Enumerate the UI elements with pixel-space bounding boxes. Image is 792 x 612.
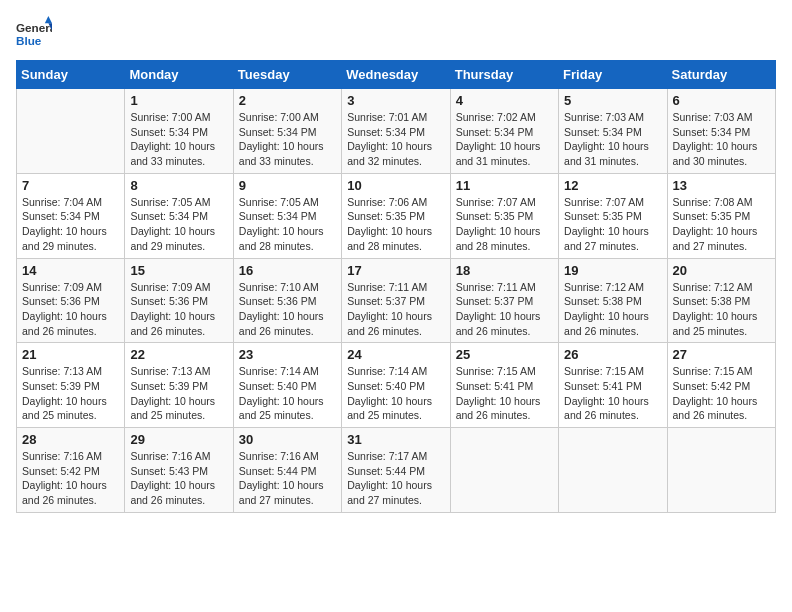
- day-detail: Sunrise: 7:00 AMSunset: 5:34 PMDaylight:…: [239, 110, 336, 169]
- day-detail: Sunrise: 7:08 AMSunset: 5:35 PMDaylight:…: [673, 195, 770, 254]
- day-number: 10: [347, 178, 444, 193]
- calendar-cell: 8Sunrise: 7:05 AMSunset: 5:34 PMDaylight…: [125, 173, 233, 258]
- calendar-week-row: 14Sunrise: 7:09 AMSunset: 5:36 PMDayligh…: [17, 258, 776, 343]
- day-number: 5: [564, 93, 661, 108]
- day-detail: Sunrise: 7:05 AMSunset: 5:34 PMDaylight:…: [239, 195, 336, 254]
- day-number: 6: [673, 93, 770, 108]
- svg-text:Blue: Blue: [16, 34, 42, 47]
- day-detail: Sunrise: 7:04 AMSunset: 5:34 PMDaylight:…: [22, 195, 119, 254]
- calendar-cell: [667, 428, 775, 513]
- svg-marker-2: [45, 16, 52, 23]
- day-number: 20: [673, 263, 770, 278]
- day-detail: Sunrise: 7:16 AMSunset: 5:42 PMDaylight:…: [22, 449, 119, 508]
- calendar-cell: 21Sunrise: 7:13 AMSunset: 5:39 PMDayligh…: [17, 343, 125, 428]
- calendar-cell: 4Sunrise: 7:02 AMSunset: 5:34 PMDaylight…: [450, 89, 558, 174]
- col-header-wednesday: Wednesday: [342, 61, 450, 89]
- day-detail: Sunrise: 7:10 AMSunset: 5:36 PMDaylight:…: [239, 280, 336, 339]
- calendar-cell: 7Sunrise: 7:04 AMSunset: 5:34 PMDaylight…: [17, 173, 125, 258]
- day-number: 23: [239, 347, 336, 362]
- day-detail: Sunrise: 7:17 AMSunset: 5:44 PMDaylight:…: [347, 449, 444, 508]
- day-detail: Sunrise: 7:15 AMSunset: 5:41 PMDaylight:…: [564, 364, 661, 423]
- day-number: 19: [564, 263, 661, 278]
- calendar-cell: 23Sunrise: 7:14 AMSunset: 5:40 PMDayligh…: [233, 343, 341, 428]
- day-detail: Sunrise: 7:06 AMSunset: 5:35 PMDaylight:…: [347, 195, 444, 254]
- day-detail: Sunrise: 7:11 AMSunset: 5:37 PMDaylight:…: [456, 280, 553, 339]
- day-number: 7: [22, 178, 119, 193]
- calendar-header-row: SundayMondayTuesdayWednesdayThursdayFrid…: [17, 61, 776, 89]
- day-number: 1: [130, 93, 227, 108]
- calendar-cell: 18Sunrise: 7:11 AMSunset: 5:37 PMDayligh…: [450, 258, 558, 343]
- day-number: 15: [130, 263, 227, 278]
- calendar-cell: 22Sunrise: 7:13 AMSunset: 5:39 PMDayligh…: [125, 343, 233, 428]
- day-number: 29: [130, 432, 227, 447]
- day-detail: Sunrise: 7:07 AMSunset: 5:35 PMDaylight:…: [564, 195, 661, 254]
- calendar-cell: 3Sunrise: 7:01 AMSunset: 5:34 PMDaylight…: [342, 89, 450, 174]
- day-detail: Sunrise: 7:15 AMSunset: 5:41 PMDaylight:…: [456, 364, 553, 423]
- day-detail: Sunrise: 7:07 AMSunset: 5:35 PMDaylight:…: [456, 195, 553, 254]
- calendar-cell: 16Sunrise: 7:10 AMSunset: 5:36 PMDayligh…: [233, 258, 341, 343]
- day-detail: Sunrise: 7:11 AMSunset: 5:37 PMDaylight:…: [347, 280, 444, 339]
- col-header-friday: Friday: [559, 61, 667, 89]
- day-detail: Sunrise: 7:13 AMSunset: 5:39 PMDaylight:…: [22, 364, 119, 423]
- logo: General Blue: [16, 16, 52, 52]
- day-number: 3: [347, 93, 444, 108]
- calendar-cell: [450, 428, 558, 513]
- day-detail: Sunrise: 7:02 AMSunset: 5:34 PMDaylight:…: [456, 110, 553, 169]
- calendar-cell: 15Sunrise: 7:09 AMSunset: 5:36 PMDayligh…: [125, 258, 233, 343]
- day-number: 13: [673, 178, 770, 193]
- day-number: 17: [347, 263, 444, 278]
- day-number: 21: [22, 347, 119, 362]
- day-number: 22: [130, 347, 227, 362]
- day-number: 16: [239, 263, 336, 278]
- day-number: 31: [347, 432, 444, 447]
- day-detail: Sunrise: 7:09 AMSunset: 5:36 PMDaylight:…: [130, 280, 227, 339]
- col-header-sunday: Sunday: [17, 61, 125, 89]
- calendar-cell: 28Sunrise: 7:16 AMSunset: 5:42 PMDayligh…: [17, 428, 125, 513]
- calendar-cell: 30Sunrise: 7:16 AMSunset: 5:44 PMDayligh…: [233, 428, 341, 513]
- calendar-cell: 11Sunrise: 7:07 AMSunset: 5:35 PMDayligh…: [450, 173, 558, 258]
- calendar-cell: 26Sunrise: 7:15 AMSunset: 5:41 PMDayligh…: [559, 343, 667, 428]
- calendar: SundayMondayTuesdayWednesdayThursdayFrid…: [16, 60, 776, 513]
- day-number: 11: [456, 178, 553, 193]
- day-number: 25: [456, 347, 553, 362]
- day-detail: Sunrise: 7:16 AMSunset: 5:43 PMDaylight:…: [130, 449, 227, 508]
- calendar-cell: 19Sunrise: 7:12 AMSunset: 5:38 PMDayligh…: [559, 258, 667, 343]
- day-detail: Sunrise: 7:03 AMSunset: 5:34 PMDaylight:…: [564, 110, 661, 169]
- calendar-cell: [559, 428, 667, 513]
- calendar-cell: 13Sunrise: 7:08 AMSunset: 5:35 PMDayligh…: [667, 173, 775, 258]
- col-header-monday: Monday: [125, 61, 233, 89]
- day-detail: Sunrise: 7:03 AMSunset: 5:34 PMDaylight:…: [673, 110, 770, 169]
- calendar-week-row: 21Sunrise: 7:13 AMSunset: 5:39 PMDayligh…: [17, 343, 776, 428]
- calendar-cell: 25Sunrise: 7:15 AMSunset: 5:41 PMDayligh…: [450, 343, 558, 428]
- col-header-thursday: Thursday: [450, 61, 558, 89]
- day-detail: Sunrise: 7:00 AMSunset: 5:34 PMDaylight:…: [130, 110, 227, 169]
- day-detail: Sunrise: 7:14 AMSunset: 5:40 PMDaylight:…: [347, 364, 444, 423]
- day-detail: Sunrise: 7:14 AMSunset: 5:40 PMDaylight:…: [239, 364, 336, 423]
- day-number: 9: [239, 178, 336, 193]
- header: General Blue: [16, 16, 776, 52]
- calendar-cell: 29Sunrise: 7:16 AMSunset: 5:43 PMDayligh…: [125, 428, 233, 513]
- calendar-cell: [17, 89, 125, 174]
- logo-icon: General Blue: [16, 16, 52, 52]
- calendar-cell: 24Sunrise: 7:14 AMSunset: 5:40 PMDayligh…: [342, 343, 450, 428]
- calendar-week-row: 7Sunrise: 7:04 AMSunset: 5:34 PMDaylight…: [17, 173, 776, 258]
- calendar-week-row: 1Sunrise: 7:00 AMSunset: 5:34 PMDaylight…: [17, 89, 776, 174]
- day-detail: Sunrise: 7:12 AMSunset: 5:38 PMDaylight:…: [564, 280, 661, 339]
- col-header-tuesday: Tuesday: [233, 61, 341, 89]
- day-detail: Sunrise: 7:01 AMSunset: 5:34 PMDaylight:…: [347, 110, 444, 169]
- day-number: 24: [347, 347, 444, 362]
- day-detail: Sunrise: 7:05 AMSunset: 5:34 PMDaylight:…: [130, 195, 227, 254]
- calendar-cell: 12Sunrise: 7:07 AMSunset: 5:35 PMDayligh…: [559, 173, 667, 258]
- calendar-cell: 5Sunrise: 7:03 AMSunset: 5:34 PMDaylight…: [559, 89, 667, 174]
- day-number: 26: [564, 347, 661, 362]
- calendar-cell: 31Sunrise: 7:17 AMSunset: 5:44 PMDayligh…: [342, 428, 450, 513]
- day-number: 27: [673, 347, 770, 362]
- calendar-cell: 9Sunrise: 7:05 AMSunset: 5:34 PMDaylight…: [233, 173, 341, 258]
- day-number: 30: [239, 432, 336, 447]
- day-number: 8: [130, 178, 227, 193]
- calendar-cell: 2Sunrise: 7:00 AMSunset: 5:34 PMDaylight…: [233, 89, 341, 174]
- calendar-cell: 27Sunrise: 7:15 AMSunset: 5:42 PMDayligh…: [667, 343, 775, 428]
- day-number: 2: [239, 93, 336, 108]
- day-number: 14: [22, 263, 119, 278]
- day-number: 18: [456, 263, 553, 278]
